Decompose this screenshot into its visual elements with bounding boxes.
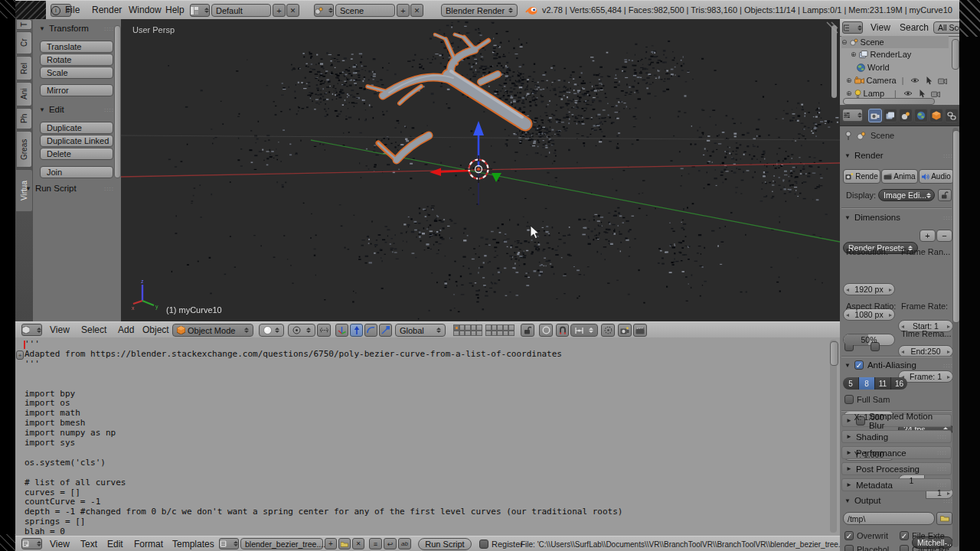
layer-cell[interactable] — [503, 324, 509, 331]
placeholders-checkbox[interactable] — [844, 545, 854, 551]
layer-cell[interactable] — [503, 331, 509, 337]
disclosure-icon[interactable]: ⊖ — [841, 38, 848, 46]
menu-render[interactable]: Render — [92, 5, 122, 15]
viewport-3d[interactable]: z x y User Persp (1) myCurve10 — [121, 19, 840, 321]
menu-view[interactable]: View — [50, 324, 70, 335]
pin-icon[interactable] — [844, 131, 852, 140]
shelf-tab-grease[interactable]: Greas — [16, 131, 32, 168]
disclosure-icon[interactable]: ⊕ — [851, 51, 857, 58]
layer-cell[interactable] — [459, 331, 466, 337]
outliner-filter-select[interactable]: All Scen — [933, 21, 959, 34]
manipulator-scale-button[interactable] — [379, 324, 392, 337]
layer-cell[interactable] — [453, 331, 459, 337]
aa-samples-5[interactable]: 5 — [843, 377, 859, 390]
context-object-tab[interactable] — [929, 109, 943, 122]
screen-layout-icon[interactable] — [190, 4, 210, 17]
selectability-cursor-icon[interactable] — [926, 77, 933, 85]
layer-cell[interactable] — [459, 324, 466, 331]
text-name-field[interactable]: blender_bezier_tree.... — [240, 538, 323, 549]
shelf-tab-create[interactable]: Cr — [16, 31, 32, 54]
new-text-button[interactable]: + — [325, 538, 337, 549]
menu-format[interactable]: Format — [134, 539, 163, 549]
render-opengl-anim-button[interactable] — [633, 324, 647, 337]
menu-text[interactable]: Text — [80, 539, 97, 549]
drag-dots-icon[interactable]: :::: — [104, 185, 114, 192]
menu-object[interactable]: Object — [142, 324, 169, 335]
display-lock-toggle[interactable] — [938, 189, 952, 201]
snap-toggle[interactable] — [556, 324, 569, 337]
menu-search[interactable]: Search — [900, 22, 929, 33]
pivot-point-select[interactable] — [288, 324, 315, 337]
text-datablock-selector[interactable] — [219, 538, 239, 549]
panel-header-edit[interactable]: ▼ Edit :::: — [39, 105, 114, 114]
antialiasing-checkbox[interactable]: ✓ — [854, 360, 864, 370]
menu-templates[interactable]: Templates — [172, 539, 214, 549]
drag-dots-icon[interactable]: :::: — [937, 465, 947, 472]
aa-samples-11[interactable]: 11 — [875, 377, 891, 390]
drag-dots-icon[interactable]: :::: — [104, 106, 114, 113]
drag-dots-icon[interactable]: :::: — [937, 433, 947, 440]
section-header-metadata[interactable]: ► Metadata :::: — [841, 478, 952, 491]
context-scene-tab[interactable] — [899, 109, 913, 122]
outliner-hscrollbar[interactable] — [843, 98, 935, 105]
context-constraints-tab[interactable] — [945, 109, 959, 122]
layers-grid[interactable] — [453, 324, 482, 336]
layer-cell[interactable] — [485, 331, 492, 337]
layer-cell[interactable] — [497, 324, 503, 331]
context-render-tab[interactable] — [868, 109, 882, 122]
layer-cell[interactable] — [471, 331, 477, 337]
lock-to-scene-toggle[interactable] — [521, 324, 534, 337]
outliner-row-world[interactable]: World — [857, 61, 950, 73]
editor-type-selector[interactable] — [842, 21, 863, 34]
render-still-button[interactable]: Rende — [843, 169, 880, 184]
tree-branches[interactable] — [368, 34, 525, 160]
shelf-tab-animation[interactable]: Ani — [16, 82, 32, 106]
panel-header-run-script[interactable]: ▼ Run Script :::: — [25, 184, 114, 193]
add-layout-button[interactable]: + — [273, 4, 286, 17]
tool-shelf-scrollbar[interactable] — [114, 25, 121, 178]
window-resize-grip[interactable] — [0, 0, 15, 18]
menu-help[interactable]: Help — [165, 5, 185, 15]
layer-cell[interactable] — [465, 331, 471, 337]
delete-layout-button[interactable]: ✕ — [286, 4, 299, 17]
render-engine-select[interactable]: Blender Render — [441, 4, 518, 17]
menu-select[interactable]: Select — [81, 324, 106, 335]
duplicate-linked-button[interactable]: Duplicate Linked — [40, 135, 113, 147]
layer-cell[interactable] — [485, 324, 492, 331]
layer-cell[interactable] — [492, 324, 498, 331]
window-resize-grip[interactable] — [0, 534, 15, 551]
overwrite-checkbox[interactable]: ✓ — [844, 531, 854, 540]
menu-view[interactable]: View — [50, 539, 70, 549]
pivot-align-toggle[interactable] — [317, 324, 331, 337]
layer-cell[interactable] — [453, 324, 459, 331]
text-scrollbar-handle[interactable] — [830, 341, 838, 366]
viewport-scene[interactable]: z x y — [121, 19, 840, 321]
translate-button[interactable]: Translate — [40, 41, 113, 53]
run-script-button[interactable]: Run Script — [418, 538, 472, 550]
window-resize-grip[interactable] — [959, 0, 980, 37]
visibility-eye-icon[interactable] — [910, 77, 920, 83]
aa-samples-16[interactable]: 16 — [891, 377, 907, 390]
outliner-row-camera[interactable]: ⊕ Camera | — [846, 74, 953, 86]
stepper-left-icon[interactable]: ◂ — [901, 348, 904, 355]
manipulator-toggle[interactable] — [335, 324, 348, 337]
stepper-right-icon[interactable]: ▸ — [889, 286, 892, 293]
disclosure-icon[interactable]: ⊕ — [846, 77, 852, 84]
menu-window[interactable]: Window — [129, 5, 162, 15]
menu-add[interactable]: Add — [118, 324, 134, 335]
manipulator-rotate-button[interactable] — [364, 324, 377, 337]
join-button[interactable]: Join — [40, 166, 113, 178]
panel-header-transform[interactable]: ▼ Transform :::: — [39, 24, 114, 33]
resolution-scale-slider[interactable]: 50% — [843, 334, 895, 346]
word-wrap-toggle[interactable]: ↩ — [384, 538, 397, 549]
proportional-edit-toggle[interactable] — [539, 324, 553, 337]
layers-grid[interactable] — [485, 324, 514, 336]
visibility-eye-icon[interactable] — [903, 90, 913, 96]
properties-scrollbar-handle[interactable] — [952, 130, 959, 323]
context-world-tab[interactable] — [914, 109, 928, 122]
output-path-field[interactable]: /tmp\ — [843, 512, 935, 525]
stepper-right-icon[interactable]: ▸ — [947, 373, 950, 380]
renderability-camera-icon[interactable] — [931, 90, 940, 97]
mode-select[interactable]: Object Mode — [172, 324, 253, 337]
mirror-button[interactable]: Mirror — [40, 84, 113, 96]
